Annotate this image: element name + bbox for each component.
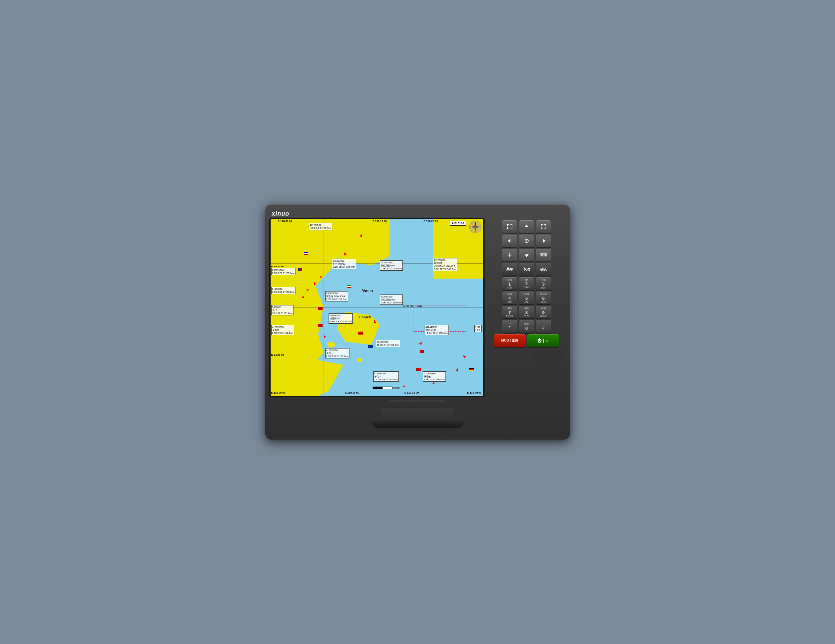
- arrow-right-button[interactable]: [536, 234, 551, 247]
- key8-num: 8: [525, 310, 528, 315]
- cancel-button[interactable]: 取消: [519, 263, 534, 276]
- flag-cn7: [358, 332, 363, 335]
- mob-label: MOB | 紧急: [501, 338, 518, 343]
- scale-label: 10nm: [393, 386, 400, 389]
- map-screen[interactable]: E 118 00 00 E 118 10 00 E 118 20 00 N 24…: [271, 219, 483, 396]
- nav-row-2: [489, 234, 564, 247]
- ship-label-ninghua[interactable]: 412666000 宁化411 12.7Kt 268.7° 162.9nm: [373, 371, 399, 382]
- mob-emergency-button[interactable]: MOB | 紧急: [494, 334, 526, 347]
- key-7[interactable]: 测距 7 PQRS: [502, 306, 517, 318]
- flag-cn3: [416, 368, 421, 371]
- key-0[interactable]: 辅助 0: [519, 320, 534, 333]
- confirm-button[interactable]: 确认: [536, 263, 551, 276]
- key9-sub: WXYZ: [540, 315, 546, 317]
- power-button[interactable]: ⏻ | ☼: [527, 334, 559, 347]
- ship-label-piran[interactable]: 376227000 柏兰 PIRAN 0.1Kt 250.2° 154.7nm: [332, 259, 356, 269]
- ship-label-412043390[interactable]: 412043390 三航泥驳1001 0.1Kt 92.0° 149.9nm: [380, 260, 403, 271]
- ais-label: AIS:: [452, 222, 457, 225]
- ship-label-441234567[interactable]: 441234567 100Kt 35.9° 151.8nm: [309, 223, 333, 230]
- key-2[interactable]: AIS 2 TABC: [519, 277, 534, 290]
- key4-top: 航点: [507, 293, 512, 296]
- coord-bottom-mid2: E 118 20 00: [405, 391, 419, 394]
- land-island1: [327, 342, 335, 348]
- key6-sub: MNO: [541, 301, 546, 303]
- fullscreen-exit-button[interactable]: [502, 220, 517, 233]
- target-button[interactable]: [519, 234, 534, 247]
- key-star[interactable]: →* *: [502, 320, 517, 333]
- key8-top: 颜色: [524, 307, 529, 310]
- power-label: ⏻ | ☼: [537, 338, 549, 343]
- ship-marker-7: [373, 320, 376, 323]
- key-8[interactable]: 颜色 8 TUV: [519, 306, 534, 318]
- ship-label-2118[interactable]: 2118 19.5: [474, 325, 482, 332]
- zoom-in-button[interactable]: [502, 249, 517, 261]
- screen-label: 画面: [540, 253, 547, 257]
- ship-label-bowasia[interactable]: 565452000 宇亚洲 BOW ASIA 0.0Kt 98.0° 159.5…: [325, 291, 348, 301]
- flag-cn2: [318, 307, 323, 310]
- ship-label-aoda[interactable]: 412446850 澳达油118 11.8Kt 78.4° 155.4nm: [425, 325, 449, 335]
- num-row-1: 旋转 1 Fun AIS 2 TABC 导航 3 DEF: [489, 277, 564, 290]
- grid-v1: [323, 219, 324, 396]
- key-hash[interactable]: ← #: [536, 320, 551, 333]
- fullscreen-button[interactable]: [536, 220, 551, 233]
- ship-label-412043410[interactable]: 412043410 三航泥驳1002 7.4Kt 25.5° 156.0nm: [380, 294, 403, 305]
- compass-rose: N: [469, 220, 481, 233]
- key0-top: 辅助: [524, 322, 529, 326]
- ship-label-636091266[interactable]: 636091266 0.0Kt 270.0° 155.3nm: [271, 268, 296, 275]
- key2-sub: TABC: [523, 286, 530, 289]
- coord-bottom-left: E 118 00 00: [271, 391, 286, 394]
- keystar-num: *: [509, 325, 510, 330]
- key-6[interactable]: 标记点 6 MNO: [536, 291, 551, 304]
- key4-num: 4: [508, 296, 511, 301]
- key1-top: 旋转: [507, 278, 512, 281]
- svg-text:N: N: [474, 222, 476, 224]
- grid-v2: [377, 219, 377, 396]
- coord-n2430: N 24 30 00: [271, 265, 284, 268]
- num-row-2: 航点 4 GHI 航线 5 JKL 标记点 6 MNO: [489, 291, 564, 304]
- arrow-up-button[interactable]: [519, 220, 534, 233]
- flag-kr: [304, 252, 309, 255]
- logo-text: xinuo: [272, 210, 289, 217]
- key-9[interactable]: 航迹 9 WXYZ: [536, 306, 551, 318]
- ship-label-lanshi[interactable]: 413692760 岚石牌洋1 8.5Kt 308.3° 159.1nm: [328, 313, 353, 324]
- device-body: xinuo: [265, 204, 570, 440]
- key-3[interactable]: 导航 3 DEF: [536, 277, 551, 290]
- coord-bottom-right: E 118 30 00: [467, 391, 481, 394]
- ship-label-jinhang[interactable]: 413320630 金航69 8.5Kt 76.5° 164.4nm: [271, 325, 294, 335]
- ship-label-qinghua[interactable]: 412736000 清华山 0.0Kt 236.0° 163.8nm: [325, 348, 350, 358]
- key8-sub: TUV: [524, 315, 529, 317]
- flag-de: [469, 368, 474, 371]
- key-4[interactable]: 航点 4 GHI: [502, 291, 517, 304]
- menu-label: 莱单: [507, 267, 513, 272]
- menu-row: 莱单 取消 确认: [489, 263, 564, 276]
- ship-label-01193046[interactable]: 01193046 3.1Kt 206.1° 158.5nm: [271, 287, 296, 294]
- key-1[interactable]: 旋转 1 Fun: [502, 277, 517, 290]
- key7-sub: PQRS: [507, 315, 513, 317]
- arrow-left-button[interactable]: [502, 234, 517, 247]
- coord-top-mid: E 118 10 00: [373, 220, 387, 223]
- city-mmen: Mmen: [362, 289, 373, 293]
- key5-num: 5: [525, 296, 528, 301]
- key2-top: AIS: [525, 279, 529, 281]
- scale-bar: 10nm: [373, 386, 400, 389]
- land-island2: [357, 358, 363, 362]
- key4-sub: GHI: [507, 301, 512, 303]
- key-5[interactable]: 航线 5 JKL: [519, 291, 534, 304]
- nav-row-3: 画面: [489, 249, 564, 261]
- num-row-4: →* * 辅助 0 ← #: [489, 320, 564, 333]
- ship-label-xinhong[interactable]: 412500850 新鸿翔7 XIN HONG XIANG 7 0.0Kt 22…: [433, 258, 457, 271]
- screen-button[interactable]: 画面: [536, 249, 551, 261]
- coord-top-left: E 118 00 00: [278, 220, 292, 223]
- coord-n2420: N 24 20 00: [271, 353, 284, 356]
- nav-row-1: [489, 220, 564, 233]
- ship-label-514797000[interactable]: 514797000 10.3Kt 91.6° 159.8nm: [376, 340, 400, 347]
- flag-lr: [298, 268, 302, 271]
- key9-top: 航迹: [541, 307, 546, 310]
- key3-top: 导航: [541, 278, 546, 281]
- menu-button[interactable]: 莱单: [502, 263, 517, 276]
- ship-label-jinqiang[interactable]: 412326380 锦强发 1.7Kt 43.4° 160.0nm: [423, 371, 446, 382]
- ship-label-yuan15[interactable]: 3693050 源15 1Kt 101.0° 161.2nm: [271, 305, 294, 315]
- vent-area: [269, 397, 566, 407]
- key1-sub: Fun: [507, 286, 512, 289]
- arrow-down-button[interactable]: [519, 249, 534, 261]
